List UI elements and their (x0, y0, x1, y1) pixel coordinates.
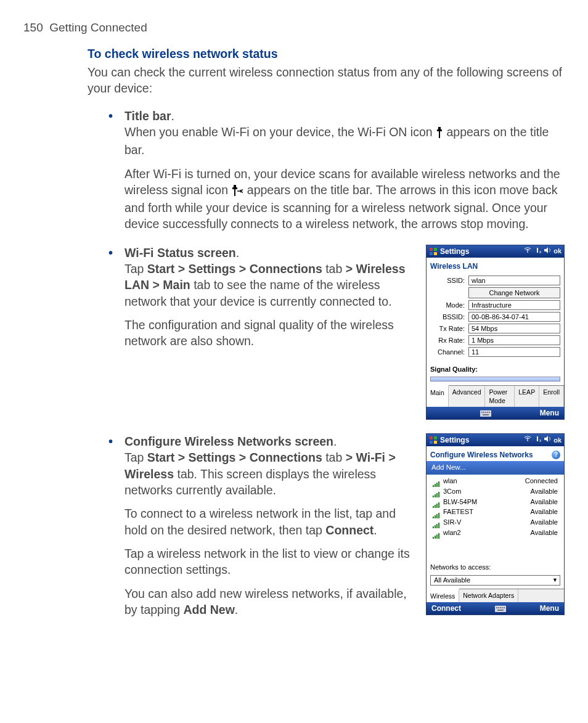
body-text: Tap (125, 451, 147, 464)
add-new-link[interactable]: Add New... (427, 461, 564, 475)
wifi-on-icon (436, 126, 443, 142)
menu-softkey[interactable]: Menu (540, 603, 559, 613)
svg-rect-25 (434, 441, 437, 444)
ssid-field[interactable]: wlan (468, 276, 560, 285)
svg-marker-28 (544, 436, 548, 442)
ok-button[interactable]: ok (553, 247, 561, 256)
tab-wireless[interactable]: Wireless (427, 589, 459, 602)
signal-bars-icon (433, 499, 440, 505)
svg-rect-12 (537, 248, 538, 253)
svg-rect-24 (430, 441, 433, 444)
tab-enroll[interactable]: Enroll (539, 386, 564, 407)
svg-rect-34 (504, 607, 505, 608)
titlebar: Settings x ok (427, 245, 564, 258)
panel-title-text: Wireless LAN (430, 261, 478, 271)
svg-rect-17 (483, 412, 484, 413)
network-name: wlan2 (443, 528, 461, 537)
section-title: To check wireless network status (88, 46, 565, 62)
tab-power-mode[interactable]: Power Mode (485, 386, 515, 407)
select-value: All Available (434, 576, 470, 585)
list-item[interactable]: 3ComAvailable (427, 486, 564, 497)
nav-path: Start > Settings > Connections (147, 262, 322, 276)
intro-text: You can check the current wireless conne… (88, 64, 565, 97)
volume-icon (544, 435, 551, 445)
rxrate-field: 1 Mbps (468, 335, 560, 345)
txrate-field: 54 Mbps (468, 324, 560, 333)
windows-start-icon[interactable] (429, 247, 438, 256)
svg-rect-26 (537, 436, 538, 441)
tab-network-adapters[interactable]: Network Adapters (459, 589, 518, 602)
bullet-title-bar: Title bar. When you enable Wi-Fi on your… (104, 108, 565, 232)
network-status: Available (531, 528, 558, 537)
screenshot-wireless-lan: Settings x ok Wireless LAN SSID:wlan Cha… (426, 245, 565, 420)
svg-rect-16 (481, 412, 483, 413)
mode-field: Infrastructure (468, 300, 560, 310)
body-text: When you enable Wi-Fi on your device, th… (125, 125, 436, 139)
bullet-configure-wireless: Configure Wireless Networks screen. Tap … (104, 433, 415, 618)
body-text: tab (325, 451, 346, 464)
network-name: FAETEST (443, 507, 473, 517)
connect-softkey[interactable]: Connect (431, 603, 461, 613)
list-item[interactable]: FAETESTAvailable (427, 507, 564, 517)
body-text: . (235, 603, 238, 616)
emphasis: Connect (325, 523, 374, 537)
page-number: 150 (23, 21, 43, 34)
help-icon[interactable]: ? (552, 451, 560, 459)
volume-icon (544, 247, 551, 256)
svg-rect-20 (489, 412, 490, 413)
list-item[interactable]: BLW-54PMAvailable (427, 497, 564, 507)
signal-bars-icon (433, 520, 440, 526)
network-status: Available (531, 487, 558, 496)
networks-to-access-select[interactable]: All Available ▼ (430, 575, 560, 586)
menu-softkey[interactable]: Menu (540, 408, 559, 418)
signal-quality-bar (430, 377, 560, 382)
ok-button[interactable]: ok (553, 436, 561, 445)
panel-title: Configure Wireless Networks ? (427, 446, 564, 461)
signal-quality-label: Signal Quality: (427, 362, 564, 375)
svg-rect-5 (234, 189, 235, 196)
svg-text:x: x (539, 250, 541, 254)
svg-rect-35 (497, 610, 504, 611)
tab-advanced[interactable]: Advanced (449, 386, 486, 407)
tabstrip: Wireless Network Adapters (427, 589, 564, 602)
svg-rect-23 (434, 436, 437, 439)
signal-bars-icon (433, 478, 440, 484)
keyboard-icon[interactable] (480, 409, 491, 417)
keyboard-icon[interactable] (495, 605, 506, 612)
body-text: Tap (125, 262, 147, 276)
panel-title: Wireless LAN (427, 258, 564, 272)
svg-rect-8 (430, 248, 433, 251)
tabstrip: Main Advanced Power Mode LEAP Enroll (427, 385, 564, 407)
tab-leap[interactable]: LEAP (515, 386, 539, 407)
svg-rect-29 (495, 606, 506, 612)
bullet-heading: Title bar (125, 109, 171, 123)
list-item[interactable]: wlanConnected (427, 476, 564, 486)
list-item[interactable]: SIR-VAvailable (427, 517, 564, 528)
list-item[interactable]: wlan2Available (427, 528, 564, 538)
softkey-bar: Menu (427, 407, 564, 419)
field-label: Tx Rate: (430, 324, 465, 333)
bullet-heading: Wi-Fi Status screen (125, 246, 236, 259)
network-name: wlan (443, 476, 457, 486)
svg-rect-2 (439, 131, 440, 138)
network-name: BLW-54PM (443, 497, 477, 507)
body-text: The configuration and signal quality of … (125, 317, 415, 349)
channel-field: 11 (468, 347, 560, 357)
tab-main[interactable]: Main (427, 385, 449, 407)
svg-rect-31 (498, 607, 499, 608)
svg-text:x: x (539, 438, 541, 443)
svg-rect-4 (232, 187, 237, 189)
chevron-down-icon: ▼ (552, 576, 558, 584)
change-network-button[interactable]: Change Network (468, 287, 560, 298)
bullet-wifi-status: Wi-Fi Status screen. Tap Start > Setting… (104, 245, 415, 349)
signal-bars-icon (433, 488, 440, 494)
emphasis: Add New (183, 603, 234, 616)
svg-rect-15 (480, 411, 491, 417)
page-header: 150 Getting Connected (23, 20, 565, 36)
nav-path: Start > Settings > Connections (147, 451, 322, 464)
signal-icon: x (534, 435, 541, 445)
signal-icon: x (534, 247, 541, 256)
svg-rect-32 (500, 607, 501, 608)
svg-marker-14 (544, 247, 548, 253)
windows-start-icon[interactable] (429, 436, 438, 444)
